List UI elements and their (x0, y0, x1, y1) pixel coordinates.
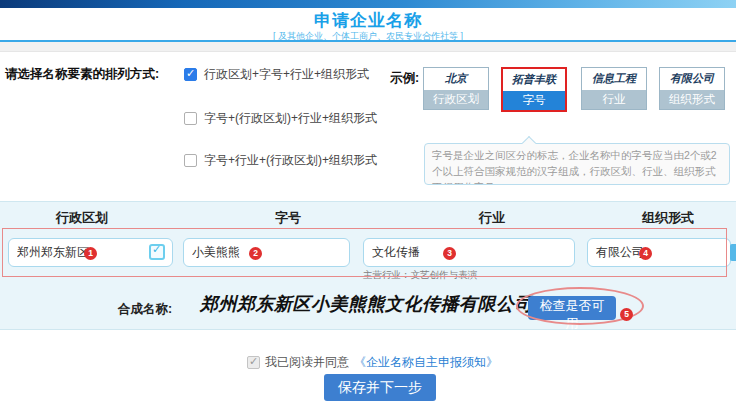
declaration-notice-link[interactable]: 《企业名称自主申报须知》 (354, 354, 498, 371)
example-box-industry: 信息工程 行业 (581, 67, 647, 110)
header-gray-strip (0, 42, 736, 52)
example-name: 拓普丰联 (503, 69, 565, 91)
industry-input[interactable] (363, 238, 575, 267)
example-box-org-form: 有限公司 组织形式 (659, 67, 725, 110)
agreement-text: 我已阅读并同意 (265, 354, 349, 371)
checkbox-unchecked-icon[interactable] (184, 112, 197, 125)
example-type: 行政区划 (424, 90, 488, 109)
top-gradient-bar (0, 0, 736, 8)
agreement-row: 我已阅读并同意 《企业名称自主申报须知》 (247, 354, 498, 371)
arrangement-option-label: 行政区划+字号+行业+组织形式 (204, 66, 369, 83)
example-box-admin-division: 北京 行政区划 (423, 67, 489, 110)
example-type: 字号 (503, 91, 565, 110)
annotation-badge-4: 4 (639, 247, 652, 260)
example-type: 行业 (582, 90, 646, 109)
column-header-trade-name: 字号 (228, 209, 348, 227)
example-label: 示例: (390, 70, 419, 87)
arrangement-label: 请选择名称要素的排列方式: (5, 66, 159, 83)
agreement-checkbox[interactable] (247, 356, 260, 369)
org-form-input[interactable] (587, 238, 731, 267)
example-box-trade-name: 拓普丰联 字号 (501, 67, 567, 112)
annotation-badge-2: 2 (249, 247, 262, 260)
column-header-org-form: 组织形式 (608, 209, 728, 227)
example-type: 组织形式 (660, 90, 724, 109)
save-next-button[interactable]: 保存并下一步 (324, 374, 436, 401)
arrangement-option-3[interactable]: 字号+行业+(行政区划)+组织形式 (184, 152, 377, 169)
dropdown-icon-clipped[interactable] (730, 244, 736, 261)
example-name: 北京 (424, 68, 488, 90)
example-name: 有限公司 (660, 68, 724, 90)
column-header-industry: 行业 (432, 209, 552, 227)
arrangement-option-label: 字号+(行政区划)+行业+组织形式 (204, 110, 377, 127)
annotation-badge-3: 3 (443, 247, 456, 260)
checkbox-checked-icon[interactable] (184, 68, 197, 81)
arrangement-option-1[interactable]: 行政区划+字号+行业+组织形式 (184, 66, 369, 83)
enterprise-name-application-page: 申请企业名称 [ 及其他企业、个体工商户、农民专业合作社等 ] 请选择名称要素的… (0, 0, 736, 405)
arrangement-option-label: 字号+行业+(行政区划)+组织形式 (204, 152, 377, 169)
composed-name-value: 郑州郑东新区小美熊熊文化传播有限公司 (200, 292, 530, 316)
example-name: 信息工程 (582, 68, 646, 90)
checkbox-unchecked-icon[interactable] (184, 154, 197, 167)
tooltip-text: 字号是企业之间区分的标志，企业名称中的字号应当由2个或2个以上符合国家规范的汉字… (425, 144, 729, 185)
composed-name-label: 合成名称: (118, 301, 172, 318)
page-title: 申请企业名称 (0, 9, 736, 32)
main-industry-note: 主营行业：文艺创作与表演 (363, 269, 477, 282)
annotation-badge-1: 1 (84, 247, 97, 260)
trade-name-tooltip: 字号是企业之间区分的标志，企业名称中的字号应当由2个或2个以上符合国家规范的汉字… (424, 143, 730, 185)
annotation-badge-5: 5 (620, 308, 633, 321)
trade-name-input[interactable] (183, 238, 350, 267)
check-availability-button[interactable]: 检查是否可用 (528, 296, 616, 320)
arrangement-option-2[interactable]: 字号+(行政区划)+行业+组织形式 (184, 110, 377, 127)
column-header-admin-division: 行政区划 (22, 209, 142, 227)
region-picker-icon[interactable] (149, 244, 165, 260)
